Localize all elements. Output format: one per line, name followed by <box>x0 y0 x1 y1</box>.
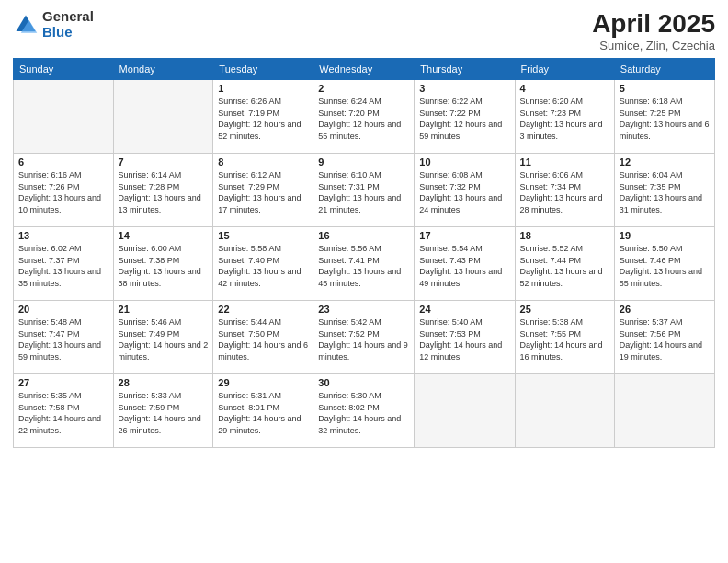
day-number: 23 <box>318 304 409 315</box>
logo-blue-text: Blue <box>42 25 94 40</box>
col-saturday: Saturday <box>614 59 714 80</box>
day-number: 22 <box>218 304 308 315</box>
calendar-cell: 4Sunrise: 6:20 AMSunset: 7:23 PMDaylight… <box>515 80 614 154</box>
calendar-cell: 17Sunrise: 5:54 AMSunset: 7:43 PMDayligh… <box>415 227 515 301</box>
day-number: 2 <box>318 83 409 94</box>
calendar-cell <box>614 374 714 448</box>
calendar-cell <box>515 374 614 448</box>
calendar-cell <box>415 374 515 448</box>
day-info: Sunrise: 5:46 AMSunset: 7:49 PMDaylight:… <box>119 316 209 362</box>
logo-general-text: General <box>42 9 94 25</box>
col-monday: Monday <box>113 59 213 80</box>
calendar-cell: 28Sunrise: 5:33 AMSunset: 7:59 PMDayligh… <box>113 374 213 448</box>
header: General Blue April 2025 Sumice, Zlin, Cz… <box>13 9 715 52</box>
col-tuesday: Tuesday <box>213 59 313 80</box>
day-info: Sunrise: 5:38 AMSunset: 7:55 PMDaylight:… <box>520 316 609 362</box>
logo: General Blue <box>13 9 94 40</box>
calendar-cell: 15Sunrise: 5:58 AMSunset: 7:40 PMDayligh… <box>213 227 313 301</box>
calendar-week-row: 13Sunrise: 6:02 AMSunset: 7:37 PMDayligh… <box>14 227 715 301</box>
day-number: 29 <box>218 377 308 388</box>
day-info: Sunrise: 6:26 AMSunset: 7:19 PMDaylight:… <box>218 96 308 142</box>
day-info: Sunrise: 6:22 AMSunset: 7:22 PMDaylight:… <box>419 96 509 142</box>
calendar-cell <box>14 80 114 154</box>
day-number: 24 <box>419 304 509 315</box>
day-number: 11 <box>520 156 609 167</box>
day-info: Sunrise: 5:31 AMSunset: 8:01 PMDaylight:… <box>218 390 308 436</box>
day-number: 8 <box>218 156 308 167</box>
calendar-cell: 7Sunrise: 6:14 AMSunset: 7:28 PMDaylight… <box>113 154 213 227</box>
calendar-cell: 22Sunrise: 5:44 AMSunset: 7:50 PMDayligh… <box>213 301 313 374</box>
day-number: 21 <box>119 304 209 315</box>
calendar-cell: 11Sunrise: 6:06 AMSunset: 7:34 PMDayligh… <box>515 154 614 227</box>
calendar-cell: 8Sunrise: 6:12 AMSunset: 7:29 PMDaylight… <box>213 154 313 227</box>
col-thursday: Thursday <box>415 59 515 80</box>
day-info: Sunrise: 6:18 AMSunset: 7:25 PMDaylight:… <box>620 96 710 142</box>
day-info: Sunrise: 5:56 AMSunset: 7:41 PMDaylight:… <box>318 243 409 289</box>
day-number: 18 <box>520 230 609 241</box>
day-info: Sunrise: 5:50 AMSunset: 7:46 PMDaylight:… <box>620 243 710 289</box>
day-info: Sunrise: 6:04 AMSunset: 7:35 PMDaylight:… <box>620 169 710 215</box>
day-info: Sunrise: 6:14 AMSunset: 7:28 PMDaylight:… <box>119 169 209 215</box>
calendar: Sunday Monday Tuesday Wednesday Thursday… <box>13 58 715 448</box>
day-info: Sunrise: 5:40 AMSunset: 7:53 PMDaylight:… <box>419 316 509 362</box>
day-info: Sunrise: 5:42 AMSunset: 7:52 PMDaylight:… <box>318 316 409 362</box>
day-number: 5 <box>620 83 710 94</box>
calendar-cell: 6Sunrise: 6:16 AMSunset: 7:26 PMDaylight… <box>14 154 114 227</box>
col-wednesday: Wednesday <box>313 59 415 80</box>
day-number: 20 <box>18 304 108 315</box>
title-location: Sumice, Zlin, Czechia <box>592 39 715 52</box>
calendar-cell: 12Sunrise: 6:04 AMSunset: 7:35 PMDayligh… <box>614 154 714 227</box>
day-info: Sunrise: 5:33 AMSunset: 7:59 PMDaylight:… <box>119 390 209 436</box>
day-info: Sunrise: 5:44 AMSunset: 7:50 PMDaylight:… <box>218 316 308 362</box>
col-sunday: Sunday <box>14 59 114 80</box>
col-friday: Friday <box>515 59 614 80</box>
day-number: 26 <box>620 304 710 315</box>
page: General Blue April 2025 Sumice, Zlin, Cz… <box>0 0 728 563</box>
day-info: Sunrise: 5:37 AMSunset: 7:56 PMDaylight:… <box>620 316 710 362</box>
calendar-cell: 9Sunrise: 6:10 AMSunset: 7:31 PMDaylight… <box>313 154 415 227</box>
calendar-cell: 24Sunrise: 5:40 AMSunset: 7:53 PMDayligh… <box>415 301 515 374</box>
calendar-cell: 19Sunrise: 5:50 AMSunset: 7:46 PMDayligh… <box>614 227 714 301</box>
calendar-cell: 29Sunrise: 5:31 AMSunset: 8:01 PMDayligh… <box>213 374 313 448</box>
calendar-cell: 26Sunrise: 5:37 AMSunset: 7:56 PMDayligh… <box>614 301 714 374</box>
calendar-cell <box>113 80 213 154</box>
day-info: Sunrise: 6:24 AMSunset: 7:20 PMDaylight:… <box>318 96 409 142</box>
day-info: Sunrise: 6:20 AMSunset: 7:23 PMDaylight:… <box>520 96 609 142</box>
day-info: Sunrise: 5:48 AMSunset: 7:47 PMDaylight:… <box>18 316 108 362</box>
calendar-cell: 30Sunrise: 5:30 AMSunset: 8:02 PMDayligh… <box>313 374 415 448</box>
calendar-week-row: 27Sunrise: 5:35 AMSunset: 7:58 PMDayligh… <box>14 374 715 448</box>
calendar-cell: 16Sunrise: 5:56 AMSunset: 7:41 PMDayligh… <box>313 227 415 301</box>
day-info: Sunrise: 5:54 AMSunset: 7:43 PMDaylight:… <box>419 243 509 289</box>
title-month: April 2025 <box>592 9 715 39</box>
day-number: 28 <box>119 377 209 388</box>
day-info: Sunrise: 6:06 AMSunset: 7:34 PMDaylight:… <box>520 169 609 215</box>
day-info: Sunrise: 6:00 AMSunset: 7:38 PMDaylight:… <box>119 243 209 289</box>
title-block: April 2025 Sumice, Zlin, Czechia <box>592 9 715 52</box>
day-info: Sunrise: 6:16 AMSunset: 7:26 PMDaylight:… <box>18 169 108 215</box>
day-number: 19 <box>620 230 710 241</box>
day-info: Sunrise: 6:12 AMSunset: 7:29 PMDaylight:… <box>218 169 308 215</box>
day-number: 1 <box>218 83 308 94</box>
calendar-cell: 1Sunrise: 6:26 AMSunset: 7:19 PMDaylight… <box>213 80 313 154</box>
day-info: Sunrise: 5:58 AMSunset: 7:40 PMDaylight:… <box>218 243 308 289</box>
day-number: 30 <box>318 377 409 388</box>
day-number: 15 <box>218 230 308 241</box>
day-number: 12 <box>620 156 710 167</box>
day-number: 27 <box>18 377 108 388</box>
day-info: Sunrise: 5:52 AMSunset: 7:44 PMDaylight:… <box>520 243 609 289</box>
calendar-cell: 23Sunrise: 5:42 AMSunset: 7:52 PMDayligh… <box>313 301 415 374</box>
calendar-cell: 18Sunrise: 5:52 AMSunset: 7:44 PMDayligh… <box>515 227 614 301</box>
day-number: 4 <box>520 83 609 94</box>
calendar-cell: 21Sunrise: 5:46 AMSunset: 7:49 PMDayligh… <box>113 301 213 374</box>
day-info: Sunrise: 5:30 AMSunset: 8:02 PMDaylight:… <box>318 390 409 436</box>
calendar-cell: 25Sunrise: 5:38 AMSunset: 7:55 PMDayligh… <box>515 301 614 374</box>
day-number: 13 <box>18 230 108 241</box>
calendar-cell: 5Sunrise: 6:18 AMSunset: 7:25 PMDaylight… <box>614 80 714 154</box>
day-number: 3 <box>419 83 509 94</box>
day-number: 25 <box>520 304 609 315</box>
day-number: 16 <box>318 230 409 241</box>
day-info: Sunrise: 6:10 AMSunset: 7:31 PMDaylight:… <box>318 169 409 215</box>
calendar-cell: 3Sunrise: 6:22 AMSunset: 7:22 PMDaylight… <box>415 80 515 154</box>
calendar-cell: 10Sunrise: 6:08 AMSunset: 7:32 PMDayligh… <box>415 154 515 227</box>
calendar-cell: 27Sunrise: 5:35 AMSunset: 7:58 PMDayligh… <box>14 374 114 448</box>
